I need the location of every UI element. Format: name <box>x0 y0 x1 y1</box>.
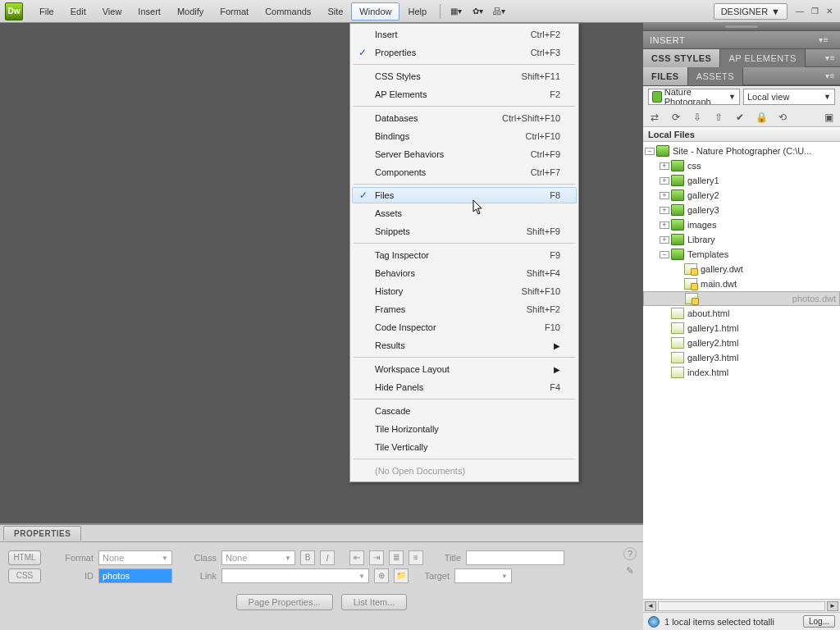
panel-collapse-handle[interactable] <box>643 23 840 31</box>
scroll-right-icon[interactable]: ► <box>827 601 838 611</box>
id-input[interactable]: photos <box>98 568 172 583</box>
menu-commands[interactable]: Commands <box>257 2 319 21</box>
put-icon[interactable]: ⇧ <box>712 111 725 124</box>
tree-folder[interactable]: +gallery1 <box>643 173 840 188</box>
browse-folder-icon[interactable]: 📁 <box>394 568 409 583</box>
list-item-button[interactable]: List Item... <box>341 594 408 610</box>
restore-icon[interactable]: ❐ <box>809 7 820 16</box>
menu-insert[interactable]: Insert <box>130 2 169 21</box>
tree-root[interactable]: −Site - Nature Photographer (C:\U... <box>643 144 840 158</box>
menu-item-hide-panels[interactable]: Hide PanelsF4 <box>352 378 577 396</box>
log-button[interactable]: Log... <box>803 615 835 628</box>
menu-item-snippets[interactable]: SnippetsShift+F9 <box>352 222 577 240</box>
menu-edit[interactable]: Edit <box>62 2 94 21</box>
menu-help[interactable]: Help <box>399 2 435 21</box>
tree-file-selected[interactable]: photos.dwt <box>643 291 840 306</box>
tree-file[interactable]: main.dwt <box>643 276 840 291</box>
refresh-icon[interactable]: ⟳ <box>669 111 682 124</box>
tab-css-styles[interactable]: CSS STYLES <box>643 49 720 67</box>
minimize-icon[interactable]: — <box>794 7 806 16</box>
menu-site[interactable]: Site <box>319 2 351 21</box>
insert-panel-tab[interactable]: INSERT ▾≡ <box>643 31 840 49</box>
target-select[interactable]: ▼ <box>454 568 512 583</box>
scroll-left-icon[interactable]: ◄ <box>645 601 656 611</box>
menu-window[interactable]: Window <box>351 2 399 21</box>
ul-icon[interactable]: ≣ <box>389 550 404 565</box>
tree-folder[interactable]: +gallery2 <box>643 188 840 203</box>
tab-assets[interactable]: ASSETS <box>688 67 743 85</box>
checkout-icon[interactable]: ✔ <box>733 111 746 124</box>
panel-menu-icon[interactable]: ▾≡ <box>825 71 840 80</box>
format-select[interactable]: None▼ <box>98 550 172 565</box>
tree-folder[interactable]: +css <box>643 158 840 173</box>
class-select[interactable]: None▼ <box>221 550 295 565</box>
html-mode-button[interactable]: HTML <box>8 550 41 565</box>
gear-icon[interactable]: ✿▾ <box>468 4 486 19</box>
menu-item-properties[interactable]: ✓PropertiesCtrl+F3 <box>352 43 577 62</box>
tree-file[interactable]: gallery2.html <box>643 336 840 350</box>
network-icon[interactable]: 品▾ <box>490 4 508 19</box>
menu-item-code-inspector[interactable]: Code InspectorF10 <box>352 318 577 336</box>
italic-icon[interactable]: I <box>320 550 335 565</box>
tab-files[interactable]: FILES <box>643 67 688 85</box>
menu-item-server-behaviors[interactable]: Server BehaviorsCtrl+F9 <box>352 145 577 163</box>
scroll-track[interactable] <box>658 601 825 611</box>
tab-ap-elements[interactable]: AP ELEMENTS <box>720 49 805 67</box>
files-column-header[interactable]: Local Files <box>643 127 840 142</box>
menu-item-tile-horizontally[interactable]: Tile Horizontally <box>352 420 577 438</box>
tree-folder-templates[interactable]: −Templates <box>643 247 840 262</box>
sync-icon[interactable]: ⟲ <box>776 111 789 124</box>
get-icon[interactable]: ⇩ <box>691 111 704 124</box>
menu-item-css-styles[interactable]: CSS StylesShift+F11 <box>352 67 577 85</box>
tree-file[interactable]: index.html <box>643 365 840 380</box>
title-input[interactable] <box>466 550 564 565</box>
help-icon[interactable]: ? <box>623 547 637 560</box>
tree-file[interactable]: gallery.dwt <box>643 262 840 276</box>
properties-tab[interactable]: PROPERTIES <box>3 526 81 541</box>
tree-file[interactable]: gallery1.html <box>643 321 840 336</box>
ol-icon[interactable]: ≡ <box>409 550 423 565</box>
menu-item-tile-vertically[interactable]: Tile Vertically <box>352 438 577 456</box>
horizontal-scrollbar[interactable]: ◄ ► <box>643 599 840 612</box>
tree-file[interactable]: gallery3.html <box>643 350 840 365</box>
menu-item-cascade[interactable]: Cascade <box>352 402 577 420</box>
link-input[interactable]: ▼ <box>221 568 369 583</box>
layout-icon[interactable]: ▦▾ <box>447 4 465 19</box>
menu-item-files[interactable]: ✓FilesF8 <box>352 187 577 203</box>
checkin-icon[interactable]: 🔒 <box>755 111 768 124</box>
tree-file[interactable]: about.html <box>643 306 840 321</box>
tree-folder[interactable]: +images <box>643 217 840 232</box>
menu-modify[interactable]: Modify <box>169 2 212 21</box>
outdent-icon[interactable]: ⇤ <box>349 550 364 565</box>
menu-item-results[interactable]: Results▶ <box>352 336 577 354</box>
bold-icon[interactable]: B <box>300 550 315 565</box>
view-selector[interactable]: Local view ▼ <box>743 89 835 105</box>
indent-icon[interactable]: ⇥ <box>369 550 384 565</box>
expand-icon[interactable]: ▣ <box>822 111 835 124</box>
site-selector[interactable]: Nature Photograph ▼ <box>648 89 740 105</box>
quick-edit-icon[interactable]: ✎ <box>623 565 637 578</box>
workspace-switcher[interactable]: DESIGNER ▼ <box>714 3 788 20</box>
menu-item-databases[interactable]: DatabasesCtrl+Shift+F10 <box>352 109 577 127</box>
menu-item-bindings[interactable]: BindingsCtrl+F10 <box>352 127 577 145</box>
menu-view[interactable]: View <box>94 2 130 21</box>
link-target-icon[interactable]: ⊕ <box>374 568 389 583</box>
close-icon[interactable]: ✕ <box>824 7 835 16</box>
connect-icon[interactable]: ⇄ <box>648 111 661 124</box>
page-properties-button[interactable]: Page Properties... <box>236 594 333 610</box>
tree-folder[interactable]: +gallery3 <box>643 203 840 217</box>
menu-item-ap-elements[interactable]: AP ElementsF2 <box>352 85 577 103</box>
menu-item-history[interactable]: HistoryShift+F10 <box>352 282 577 300</box>
menu-item-assets[interactable]: Assets <box>352 204 577 222</box>
panel-menu-icon[interactable]: ▾≡ <box>819 35 833 44</box>
menu-item-insert[interactable]: InsertCtrl+F2 <box>352 25 577 43</box>
tree-folder[interactable]: +Library <box>643 232 840 247</box>
menu-item-workspace-layout[interactable]: Workspace Layout▶ <box>352 360 577 378</box>
menu-item-tag-inspector[interactable]: Tag InspectorF9 <box>352 246 577 264</box>
menu-item-behaviors[interactable]: BehaviorsShift+F4 <box>352 264 577 282</box>
menu-item-frames[interactable]: FramesShift+F2 <box>352 300 577 318</box>
menu-format[interactable]: Format <box>212 2 257 21</box>
css-mode-button[interactable]: CSS <box>8 568 41 583</box>
menu-item-components[interactable]: ComponentsCtrl+F7 <box>352 163 577 181</box>
panel-menu-icon[interactable]: ▾≡ <box>825 53 840 62</box>
